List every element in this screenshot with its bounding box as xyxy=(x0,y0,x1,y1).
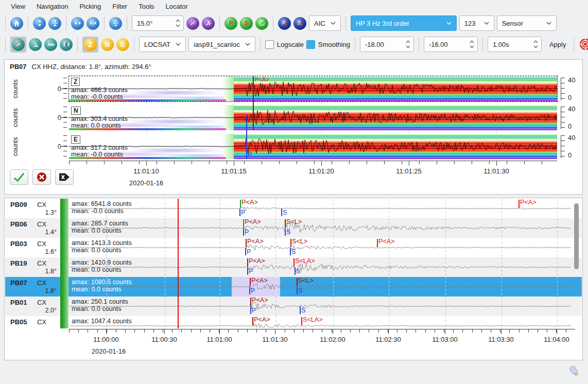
pick-tick-s[interactable] xyxy=(297,287,298,294)
picker-p-arrival-line[interactable] xyxy=(246,116,247,159)
vertical-scrollbar[interactable] xyxy=(574,203,579,269)
pick-s-phase-button[interactable]: S xyxy=(240,17,253,30)
trace-amax-label: amax: 303.4 counts xyxy=(71,115,128,123)
repick-p-button[interactable]: P xyxy=(278,17,291,30)
distance-spinbox[interactable]: 15.0° xyxy=(132,15,184,31)
smoothing-checkbox[interactable]: Smoothing xyxy=(306,40,350,49)
uncertainty-button[interactable] xyxy=(202,17,215,30)
station-row-pb09[interactable]: PB09CX1.3°P<A>PSP<A>amax: 6541.8 countsm… xyxy=(5,199,582,218)
picker-trace-plot[interactable]: Zamax: 466.3 countsmean: -0.0 countsNama… xyxy=(69,76,557,159)
spinbox-arrows-icon[interactable] xyxy=(176,19,180,27)
picker-trace-row-n[interactable]: Namax: 303.4 countsmean: 0.0 counts xyxy=(69,105,557,130)
apply-button[interactable]: Apply xyxy=(544,39,572,50)
component-e-button[interactable]: E xyxy=(116,38,129,51)
pick-tick-sla[interactable] xyxy=(293,258,295,267)
measure-angle-button[interactable] xyxy=(29,38,42,51)
station-row-pb01[interactable]: PB01CX2.0°P<A>PSamax: 250.1 countsmean: … xyxy=(5,296,582,316)
logscale-checkbox[interactable]: Logscale xyxy=(265,40,304,49)
pick-tick-sla[interactable] xyxy=(301,317,302,325)
skip-station-button[interactable] xyxy=(55,169,74,185)
spinbox-arrows-icon[interactable] xyxy=(470,40,474,48)
time-window-button[interactable] xyxy=(60,38,73,51)
picker-trace-row-e[interactable]: Eamax: 317.2 countsmean: -0.0 counts xyxy=(69,134,557,159)
station-trace-zone[interactable]: P<A>PSP<A> xyxy=(70,199,572,218)
time-window-spinbox[interactable]: 1.00s xyxy=(488,37,542,52)
picker-p-pick-line[interactable] xyxy=(253,76,254,130)
reject-pick-button[interactable] xyxy=(32,169,51,185)
pick-tick-p[interactable] xyxy=(247,267,248,275)
locate-button[interactable] xyxy=(579,38,588,51)
spinbox-arrows-icon[interactable] xyxy=(406,40,410,48)
phase-names-button[interactable]: ABc xyxy=(44,38,57,51)
pick-tick-pa[interactable] xyxy=(247,258,248,267)
pick-tick-sl[interactable] xyxy=(285,219,286,228)
smoothing-checkbox-box[interactable] xyxy=(306,40,315,49)
pick-tick-s[interactable] xyxy=(300,306,301,314)
repick-s-button[interactable]: S xyxy=(293,17,306,30)
filter-combo[interactable]: HP 3 Hz 3rd order xyxy=(351,15,457,31)
spectrogram-min-spinbox[interactable]: -18.00 xyxy=(360,37,414,52)
pick-tick-p[interactable] xyxy=(249,287,250,294)
pick-tick-pa[interactable] xyxy=(250,298,251,306)
pick-tick-pa[interactable] xyxy=(240,200,241,208)
rotation-combo[interactable]: 123 xyxy=(459,15,494,31)
picker-algorithm-combo[interactable]: AIC xyxy=(309,15,341,31)
picker-settings-button[interactable] xyxy=(186,17,199,30)
locator-combo[interactable]: LOCSAT xyxy=(139,37,186,52)
station-trace-zone[interactable]: P<A>PS xyxy=(70,296,572,316)
station-trace-zone[interactable]: P<A>PS<L>SP<A> xyxy=(70,238,572,257)
menu-item-navigation[interactable]: Navigation xyxy=(31,2,74,11)
pick-tick-p[interactable] xyxy=(245,248,246,255)
menu-item-view[interactable]: View xyxy=(5,2,31,11)
pick-tick-pa[interactable] xyxy=(243,219,244,228)
zoom-out-horizontal-button[interactable] xyxy=(71,17,84,30)
pick-tick-pa[interactable] xyxy=(250,278,251,286)
pick-tick-s[interactable] xyxy=(281,208,282,216)
pick-tick-sl[interactable] xyxy=(290,239,291,247)
spectrogram-max-spinbox[interactable]: -16.00 xyxy=(424,37,478,52)
station-distance: 1.4° xyxy=(5,229,57,236)
pick-tick-s[interactable] xyxy=(290,248,291,255)
logscale-checkbox-box[interactable] xyxy=(265,40,274,49)
pick-p-phase-button[interactable]: P xyxy=(224,17,237,30)
home-view-button[interactable] xyxy=(10,17,23,30)
menu-item-locator[interactable]: Locator xyxy=(160,2,194,11)
station-trace-zone[interactable]: P<A>PS<L>S xyxy=(70,218,572,238)
pick-tick-p[interactable] xyxy=(239,208,240,216)
unit-combo[interactable]: Sensor xyxy=(497,15,557,31)
fit-vertical-button[interactable] xyxy=(48,17,61,30)
picker-trace-row-z[interactable]: Zamax: 466.3 countsmean: -0.0 counts xyxy=(69,76,557,101)
pick-tick-pa[interactable] xyxy=(377,239,378,247)
station-row-pb07[interactable]: PB07CX1.8°P<A>PS<L>Samax: 1080.5 countsm… xyxy=(5,277,582,296)
zoom-out-vertical-button[interactable] xyxy=(33,17,46,30)
default-amplitude-zoom-button[interactable] xyxy=(109,17,122,30)
station-row-pb03[interactable]: PB03CX1.6°P<A>PS<L>SP<A>amax: 1413.3 cou… xyxy=(5,238,582,257)
pick-tick-sl[interactable] xyxy=(297,278,298,286)
relocate-cycle-button[interactable] xyxy=(255,17,268,30)
p-repick-icon: P xyxy=(281,19,289,27)
toolbar-separator xyxy=(134,38,134,51)
station-trace-zone[interactable]: P<A>PS<LA>S xyxy=(70,257,572,277)
station-row-pb05[interactable]: PB05CXP<A>S<LA>amax: 1047.4 counts xyxy=(5,316,582,328)
station-trace-zone[interactable]: P<A>S<LA> xyxy=(70,316,572,328)
pick-tick-p[interactable] xyxy=(243,228,244,236)
station-row-pb19[interactable]: PB19CX1.8°P<A>PS<LA>Samax: 1410.9 counts… xyxy=(5,257,582,277)
pick-mode-button[interactable] xyxy=(12,38,25,51)
pick-tick-pa[interactable] xyxy=(246,239,247,247)
menu-item-tools[interactable]: Tools xyxy=(133,2,160,11)
component-z-button[interactable]: Z xyxy=(84,38,97,51)
pick-tick-pa[interactable] xyxy=(518,200,520,208)
spinbox-arrows-icon[interactable] xyxy=(533,40,538,48)
pick-tick-s[interactable] xyxy=(295,267,296,275)
pick-tick-s[interactable] xyxy=(285,228,286,236)
component-n-button[interactable]: N xyxy=(101,38,114,51)
pick-tick-pa[interactable] xyxy=(252,317,253,325)
menu-item-filter[interactable]: Filter xyxy=(107,2,133,11)
confirm-pick-button[interactable] xyxy=(10,169,28,185)
locator-profile-combo[interactable]: iasp91_scanloc xyxy=(188,37,255,52)
menu-item-picking[interactable]: Picking xyxy=(74,2,107,11)
pick-tick-p[interactable] xyxy=(250,306,251,314)
station-row-pb06[interactable]: PB06CX1.4°P<A>PS<L>Samax: 285.7 countsme… xyxy=(5,218,582,238)
fit-horizontal-button[interactable] xyxy=(87,17,99,30)
station-trace-zone[interactable]: P<A>PS<L>S xyxy=(70,277,572,296)
